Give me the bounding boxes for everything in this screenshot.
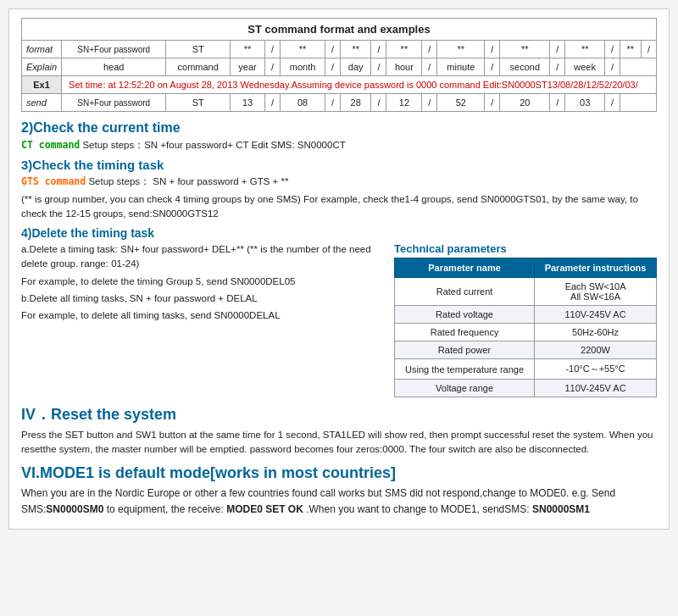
section-vi: VI.MODE1 is default mode[works in most c… — [21, 464, 657, 518]
param-value-cell: 110V-245V AC — [535, 380, 657, 397]
section4-title: 4)Delete the timing task — [21, 226, 657, 240]
param-row: Rated power2200W — [395, 341, 657, 359]
slash-3: / — [371, 41, 386, 58]
section4-body2: For example, to delete the timing Group … — [21, 275, 384, 289]
params-table: Parameter name Parameter instructions Ra… — [394, 258, 657, 397]
gts-command-label: GTS command — [21, 175, 86, 187]
slash-e3: / — [371, 58, 386, 76]
param-name-cell: Using the temperature range — [395, 359, 535, 380]
param-name-cell: Rated power — [395, 341, 535, 359]
section3: 3)Check the timing task GTS command Setu… — [21, 158, 657, 221]
slot-4: ** — [386, 41, 422, 58]
param-row: Rated voltage110V-245V AC — [395, 306, 657, 324]
slash-s5: / — [485, 94, 500, 112]
param-value-cell: -10°C～+55°C — [535, 359, 657, 380]
param-name-header: Parameter name — [395, 258, 535, 278]
month-label: month — [281, 58, 325, 76]
slash-s3: / — [371, 94, 386, 112]
section-iv: IV．Reset the system Press the SET button… — [21, 404, 657, 458]
slot-8: ** — [620, 41, 641, 58]
section-iv-heading: IV．Reset the system — [21, 404, 657, 425]
week-label: week — [565, 58, 605, 76]
section3-body1-line: GTS command Setup steps： SN + four passw… — [21, 175, 657, 189]
sn-code-2: SN0000SM1 — [532, 503, 590, 515]
slash-e2: / — [325, 58, 341, 76]
slash-e6: / — [550, 58, 565, 76]
send-row: send SN+Four password ST 13 / 08 / 28 / … — [22, 94, 657, 112]
slot-2: ** — [281, 41, 325, 58]
year-label: year — [230, 58, 264, 76]
send-sn: SN+Four password — [62, 94, 166, 112]
param-name-cell: Rated frequency — [395, 324, 535, 341]
section4-wrapper: a.Delete a timing task: SN+ four passwor… — [21, 242, 657, 397]
param-value-cell: 2200W — [535, 341, 657, 359]
slash-e7: / — [605, 58, 620, 76]
send-label: send — [22, 94, 62, 112]
param-instructions-header: Parameter instructions — [535, 258, 657, 278]
tech-params: Technical parameters Parameter name Para… — [394, 242, 657, 397]
param-value-cell: 50Hz-60Hz — [535, 324, 657, 341]
param-value-cell: 110V-245V AC — [535, 306, 657, 324]
slot-5: ** — [437, 41, 485, 58]
section4-left: a.Delete a timing task: SN+ four passwor… — [21, 242, 384, 325]
slash-s2: / — [325, 94, 341, 112]
explain-row: Explain head command year / month / day … — [22, 58, 657, 76]
param-row: Using the temperature range-10°C～+55°C — [395, 359, 657, 380]
section2-body-text: Setup steps：SN +four password+ CT Edit S… — [82, 140, 345, 150]
slash-s7: / — [605, 94, 620, 112]
slot-6: ** — [500, 41, 550, 58]
ex1-row: Ex1 Set time: at 12:52:20 on August 28, … — [22, 76, 657, 94]
mode-code-1: MODE0 SET OK — [226, 503, 303, 515]
head-label: head — [62, 58, 166, 76]
slot-3: ** — [340, 41, 371, 58]
ct-command-label: CT command — [21, 139, 80, 151]
section4-body4: For example, to delete all timing tasks,… — [21, 308, 384, 323]
send-v5: 52 — [437, 94, 485, 112]
table-title: ST command format and examples — [21, 18, 657, 40]
section2-body: CT command Setup steps：SN +four password… — [21, 138, 657, 153]
section-vi-text3: .When you want to change to MODE1, sendS… — [303, 503, 532, 515]
empty-cell — [620, 58, 656, 76]
section3-heading: 3)Check the timing task — [21, 158, 657, 172]
explain-label: Explain — [22, 58, 62, 76]
slash-4: / — [422, 41, 437, 58]
section2-heading: 2)Check the current time — [21, 120, 657, 136]
ex1-label: Ex1 — [22, 76, 62, 94]
param-value-cell: Each SW<10A All SW<16A — [535, 278, 657, 306]
st-cell: ST — [166, 41, 231, 58]
send-v1: 13 — [230, 94, 264, 112]
day-label: day — [340, 58, 371, 76]
slash-s6: / — [550, 94, 565, 112]
tech-params-title: Technical parameters — [394, 242, 657, 255]
ex1-content: Set time: at 12:52:20 on August 28, 2013… — [69, 80, 638, 90]
sn-four-password: SN+Four password — [62, 41, 166, 58]
section4-body3: b.Delete all timing tasks, SN + four pas… — [21, 291, 384, 306]
slash-8: / — [641, 41, 656, 58]
slash-s4: / — [422, 94, 437, 112]
st-command-table: format SN+Four password ST ** / ** / ** … — [21, 40, 657, 112]
slash-1: / — [265, 41, 281, 58]
param-row: Rated frequency50Hz-60Hz — [395, 324, 657, 341]
second-label: second — [500, 58, 550, 76]
params-header-row: Parameter name Parameter instructions — [395, 258, 657, 278]
section-iv-body: Press the SET button and SW1 button at t… — [21, 428, 657, 458]
section-vi-heading: VI.MODE1 is default mode[works in most c… — [21, 464, 657, 482]
sn-code-1: SN0000SM0 — [46, 503, 103, 515]
slot-7: ** — [565, 41, 605, 58]
send-st: ST — [166, 94, 231, 112]
send-v3: 28 — [340, 94, 371, 112]
send-v7: 03 — [565, 94, 605, 112]
send-empty — [620, 94, 656, 112]
minute-label: minute — [437, 58, 485, 76]
st-command-section: ST command format and examples format SN… — [21, 18, 657, 112]
slash-e1: / — [265, 58, 281, 76]
slash-e5: / — [485, 58, 500, 76]
hour-label: hour — [386, 58, 422, 76]
format-label: format — [22, 41, 62, 58]
slash-e4: / — [422, 58, 437, 76]
format-row: format SN+Four password ST ** / ** / ** … — [22, 41, 657, 58]
section3-body2: (** is group number, you can check 4 tim… — [21, 192, 657, 222]
section3-body1: Setup steps： SN + four password + GTS + … — [88, 176, 288, 186]
param-name-cell: Voltage range — [395, 380, 535, 397]
section4-heading: 4)Delete the timing task — [21, 226, 657, 240]
